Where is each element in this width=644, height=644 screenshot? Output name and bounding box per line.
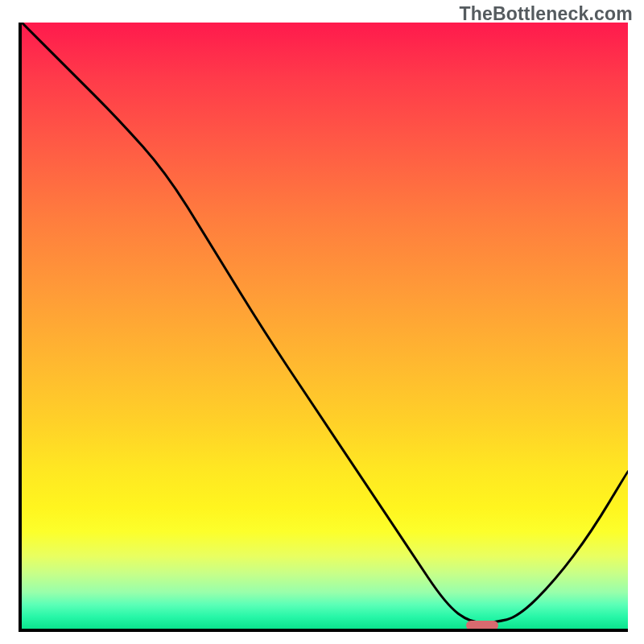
optimal-marker	[466, 621, 498, 630]
plot-area	[19, 23, 628, 632]
watermark-text: TheBottleneck.com	[459, 3, 633, 25]
bottleneck-curve	[22, 23, 628, 622]
curve-layer	[22, 23, 628, 629]
bottleneck-chart: TheBottleneck.com	[0, 0, 644, 644]
